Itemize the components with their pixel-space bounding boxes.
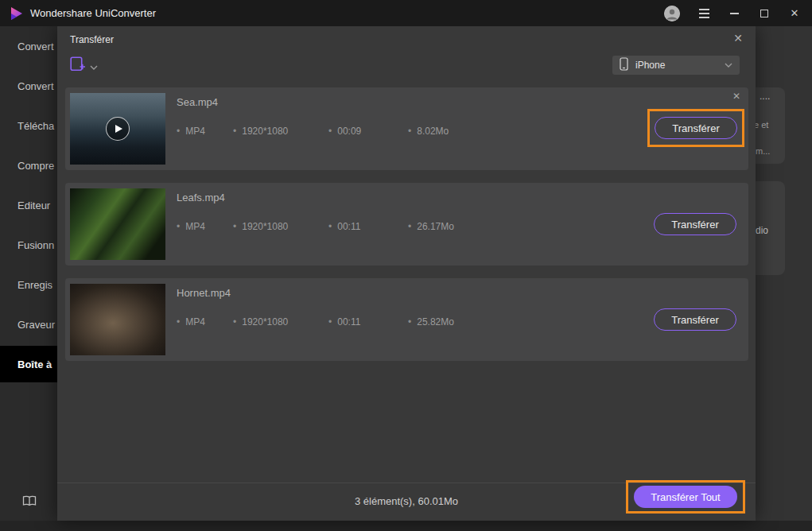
device-selector[interactable]: iPhone: [612, 56, 740, 75]
add-file-icon: [70, 56, 86, 75]
sidebar-item-boite-a-outils[interactable]: Boîte à: [0, 346, 64, 382]
sidebar-item-convertisseur[interactable]: Convert: [0, 26, 64, 66]
bullet-icon: •: [408, 316, 411, 328]
account-avatar[interactable]: [664, 6, 680, 21]
bullet-icon: •: [233, 221, 236, 232]
tutorial-highlight-box: Transférer Tout: [626, 480, 745, 514]
dialog-title: Transférer: [70, 34, 114, 45]
file-name: Leafs.mp4: [177, 192, 225, 203]
file-row: Leafs.mp4 •MP4 •1920*1080 •00:11 •26.17M…: [65, 183, 748, 266]
file-metadata: •MP4 •1920*1080 •00:11 •26.17Mo: [177, 221, 454, 232]
sidebar-item-editeur[interactable]: Editeur: [0, 185, 64, 225]
video-thumbnail: [70, 284, 165, 355]
bullet-icon: •: [408, 221, 411, 232]
background-text-fragment: e et: [754, 120, 768, 130]
dialog-footer: 3 élément(s), 60.01Mo Transférer Tout: [57, 483, 756, 521]
device-selector-value: iPhone: [635, 60, 665, 71]
bullet-icon: •: [233, 126, 236, 137]
titlebar: Wondershare UniConverter ✕: [0, 0, 812, 26]
file-resolution: 1920*1080: [242, 221, 288, 232]
sidebar-item-convertisseur-2[interactable]: Convert: [0, 66, 64, 106]
file-row: Hornet.mp4 •MP4 •1920*1080 •00:11 •25.82…: [65, 278, 748, 361]
file-duration: 00:09: [337, 126, 361, 137]
bullet-icon: •: [328, 126, 332, 137]
sidebar-item-compresseur[interactable]: Compre: [0, 145, 64, 185]
sidebar: Convert Convert Télécha Compre Editeur F…: [0, 26, 64, 521]
remove-file-icon[interactable]: ✕: [732, 91, 740, 102]
window-bottom-strip: [0, 521, 812, 531]
transfer-button[interactable]: Transférer: [654, 308, 736, 331]
app-logo-icon: [10, 6, 24, 21]
titlebar-controls: ✕: [664, 6, 801, 21]
file-format: MP4: [185, 221, 205, 232]
file-format: MP4: [185, 126, 205, 137]
file-size: 25.82Mo: [417, 316, 454, 328]
tutorial-highlight-box: Transférer: [647, 109, 744, 147]
sidebar-item-fusionner[interactable]: Fusionn: [0, 225, 64, 265]
bullet-icon: •: [328, 316, 332, 328]
transfer-button[interactable]: Transférer: [655, 117, 737, 139]
file-size: 26.17Mo: [417, 221, 454, 232]
play-icon[interactable]: [106, 117, 130, 141]
app-title: Wondershare UniConverter: [30, 7, 156, 19]
sidebar-item-telechargeur[interactable]: Télécha: [0, 106, 64, 145]
bullet-icon: •: [177, 221, 180, 232]
chevron-down-icon: [725, 63, 732, 68]
dialog-toolbar: iPhone: [70, 56, 740, 75]
transfer-dialog: Transférer ✕ iPhone: [57, 26, 756, 521]
file-resolution: 1920*1080: [242, 126, 288, 137]
add-files-button[interactable]: [70, 56, 98, 75]
file-row: Sea.mp4 •MP4 •1920*1080 •00:09 •8.02Mo ✕…: [65, 87, 748, 170]
file-resolution: 1920*1080: [242, 316, 288, 328]
maximize-button[interactable]: [758, 7, 771, 20]
dialog-close-icon[interactable]: ✕: [733, 32, 743, 45]
background-text-fragment: ....: [760, 91, 770, 102]
file-list: Sea.mp4 •MP4 •1920*1080 •00:09 •8.02Mo ✕…: [65, 87, 748, 374]
background-text-fragment: m...: [756, 146, 770, 156]
transfer-button[interactable]: Transférer: [654, 213, 736, 235]
transfer-all-button[interactable]: Transférer Tout: [634, 486, 737, 508]
file-size: 8.02Mo: [417, 126, 449, 137]
file-metadata: •MP4 •1920*1080 •00:11 •25.82Mo: [177, 316, 454, 328]
guide-book-icon[interactable]: [22, 495, 37, 510]
video-thumbnail: [70, 93, 165, 165]
file-duration: 00:11: [337, 221, 360, 232]
minimize-button[interactable]: [728, 7, 740, 20]
bullet-icon: •: [177, 316, 180, 328]
bullet-icon: •: [328, 221, 332, 232]
file-duration: 00:11: [337, 316, 360, 328]
file-name: Hornet.mp4: [177, 287, 231, 299]
sidebar-item-graveur[interactable]: Graveur: [0, 304, 64, 344]
bullet-icon: •: [408, 126, 411, 137]
chevron-down-icon: [90, 59, 98, 73]
sidebar-item-enregistreur[interactable]: Enregis: [0, 265, 64, 304]
bullet-icon: •: [177, 126, 180, 137]
file-metadata: •MP4 •1920*1080 •00:09 •8.02Mo: [177, 126, 449, 137]
close-button[interactable]: ✕: [788, 7, 801, 20]
menu-icon[interactable]: [697, 7, 710, 20]
file-name: Sea.mp4: [177, 96, 218, 108]
phone-icon: [620, 57, 628, 74]
file-format: MP4: [185, 316, 205, 328]
bullet-icon: •: [233, 316, 236, 328]
background-text-fragment: dio: [756, 225, 768, 236]
video-thumbnail: [70, 188, 165, 260]
